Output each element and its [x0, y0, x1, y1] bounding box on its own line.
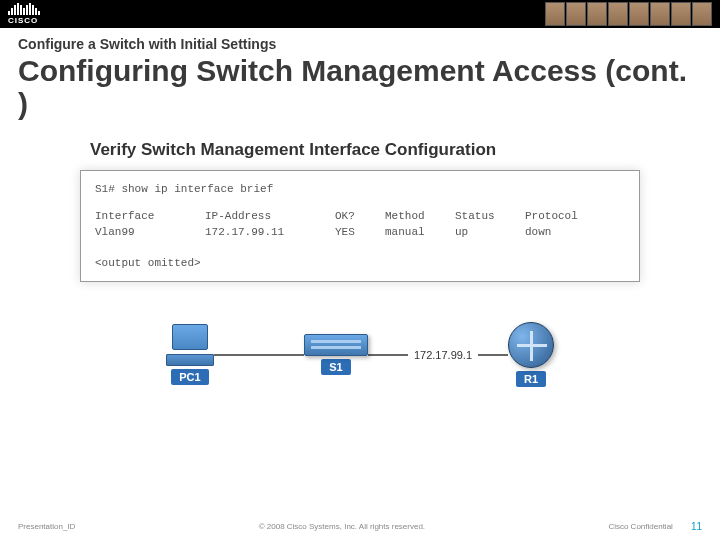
link-line	[478, 354, 508, 356]
device-pc: PC1	[166, 324, 214, 385]
val-ip: 172.17.99.11	[205, 224, 335, 241]
device-switch: S1	[304, 334, 368, 375]
device-router: R1	[508, 322, 554, 387]
switch-icon	[304, 334, 368, 356]
logo-bars-icon	[8, 3, 40, 15]
decorative-photo-strip	[545, 2, 712, 26]
pc-label: PC1	[171, 369, 208, 385]
val-method: manual	[385, 224, 455, 241]
cli-omitted: <output omitted>	[95, 255, 625, 272]
footer-right: Cisco Confidential	[608, 522, 672, 531]
pc-icon	[166, 324, 214, 366]
cli-data-row: Vlan99 172.17.99.11 YES manual up down	[95, 224, 625, 241]
footer-left: Presentation_ID	[18, 522, 75, 531]
brand-logo: CISCO	[8, 3, 40, 25]
router-ip-label: 172.17.99.1	[414, 349, 472, 361]
val-protocol: down	[525, 224, 605, 241]
hdr-status: Status	[455, 208, 525, 225]
slide: CISCO Configure a Switch with Initial Se…	[0, 0, 720, 540]
hdr-method: Method	[385, 208, 455, 225]
hdr-interface: Interface	[95, 208, 205, 225]
footer: Presentation_ID © 2008 Cisco Systems, In…	[0, 521, 720, 532]
panel-heading: Verify Switch Management Interface Confi…	[90, 140, 640, 160]
section-kicker: Configure a Switch with Initial Settings	[0, 28, 720, 54]
switch-label: S1	[321, 359, 350, 375]
topology-diagram: PC1 S1 172.17.99.1 R1	[80, 322, 640, 387]
val-interface: Vlan99	[95, 224, 205, 241]
hdr-ip: IP-Address	[205, 208, 335, 225]
hdr-protocol: Protocol	[525, 208, 605, 225]
val-ok: YES	[335, 224, 385, 241]
brand-name: CISCO	[8, 16, 38, 25]
page-title: Configuring Switch Management Access (co…	[0, 54, 720, 120]
top-bar: CISCO	[0, 0, 720, 28]
link-line	[214, 354, 304, 356]
cli-command: S1# show ip interface brief	[95, 181, 625, 198]
content-panel: Verify Switch Management Interface Confi…	[80, 140, 640, 387]
link-line	[368, 354, 408, 356]
cli-output-box: S1# show ip interface brief Interface IP…	[80, 170, 640, 282]
router-label: R1	[516, 371, 546, 387]
cli-header-row: Interface IP-Address OK? Method Status P…	[95, 208, 625, 225]
footer-center: © 2008 Cisco Systems, Inc. All rights re…	[75, 522, 608, 531]
hdr-ok: OK?	[335, 208, 385, 225]
page-number: 11	[691, 521, 702, 532]
router-icon	[508, 322, 554, 368]
val-status: up	[455, 224, 525, 241]
